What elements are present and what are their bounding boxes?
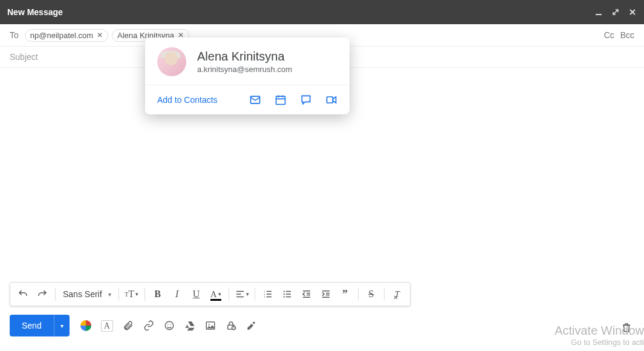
- chip-remove-icon[interactable]: ✕: [97, 31, 103, 39]
- svg-point-20: [283, 294, 284, 295]
- indent-less-button[interactable]: [298, 285, 316, 303]
- svg-point-34: [208, 324, 209, 325]
- send-button[interactable]: Send: [10, 315, 54, 336]
- svg-point-32: [170, 324, 171, 326]
- bcc-button[interactable]: Bcc: [620, 30, 634, 40]
- svg-rect-6: [327, 97, 333, 103]
- drive-icon[interactable]: [184, 320, 195, 331]
- formatting-toggle-button[interactable]: [80, 320, 91, 331]
- send-options-button[interactable]: ▾: [54, 315, 70, 336]
- underline-button[interactable]: U: [187, 285, 206, 303]
- minimize-icon[interactable]: [594, 8, 603, 16]
- font-select[interactable]: Sans Serif ▾: [59, 289, 115, 299]
- contact-hovercard: Alena Krinitsyna a.krinitsyna@semrush.co…: [145, 38, 350, 114]
- redo-button[interactable]: [33, 285, 51, 303]
- hovercard-name: Alena Krinitsyna: [197, 50, 292, 64]
- chip-text: np@neilpatel.com: [30, 31, 93, 40]
- bold-button[interactable]: B: [149, 285, 167, 303]
- to-label: To: [10, 30, 19, 40]
- formatting-toolbar: Sans Serif ▾ TT▾ B I U A▾ ▾ 123 ” S T✕: [10, 282, 411, 306]
- text-color-button[interactable]: A▾: [207, 285, 225, 303]
- svg-point-31: [168, 324, 169, 326]
- video-icon[interactable]: [325, 94, 337, 106]
- emoji-icon[interactable]: [164, 320, 175, 331]
- text-style-button[interactable]: A: [101, 320, 113, 332]
- confidential-icon[interactable]: [226, 320, 236, 331]
- svg-point-19: [283, 290, 284, 292]
- align-button[interactable]: ▾: [233, 285, 251, 303]
- popout-icon[interactable]: [611, 8, 620, 16]
- font-select-label: Sans Serif: [63, 289, 102, 299]
- clear-format-button[interactable]: T✕: [388, 285, 406, 303]
- undo-button[interactable]: [14, 285, 32, 303]
- email-icon[interactable]: [249, 94, 261, 106]
- quote-button[interactable]: ”: [336, 285, 354, 303]
- avatar: [157, 47, 186, 76]
- numbered-list-button[interactable]: 123: [259, 285, 277, 303]
- chat-icon[interactable]: [300, 94, 312, 106]
- window-title: New Message: [7, 7, 63, 17]
- strikethrough-button[interactable]: S: [362, 285, 380, 303]
- font-size-button[interactable]: TT▾: [123, 285, 141, 303]
- signature-icon[interactable]: [246, 320, 257, 331]
- add-to-contacts-button[interactable]: Add to Contacts: [157, 95, 218, 105]
- svg-rect-2: [276, 96, 285, 104]
- image-icon[interactable]: [205, 320, 216, 331]
- window-titlebar: New Message: [0, 0, 644, 24]
- indent-more-button[interactable]: [317, 285, 335, 303]
- svg-point-30: [165, 321, 174, 330]
- window-controls: [594, 8, 637, 16]
- svg-point-21: [283, 296, 284, 297]
- svg-text:3: 3: [264, 295, 265, 298]
- link-icon[interactable]: [143, 320, 154, 331]
- cc-button[interactable]: Cc: [604, 30, 614, 40]
- discard-button[interactable]: [621, 322, 632, 333]
- close-icon[interactable]: [628, 8, 637, 16]
- watermark-line2: Go to Settings to acti: [555, 338, 644, 347]
- send-button-group: Send ▾: [10, 315, 70, 336]
- italic-button[interactable]: I: [168, 285, 186, 303]
- cc-bcc-group: Cc Bcc: [600, 30, 634, 40]
- chevron-down-icon: ▾: [108, 291, 111, 298]
- compose-actions: Send ▾ A: [10, 315, 634, 336]
- bullet-list-button[interactable]: [278, 285, 296, 303]
- calendar-icon[interactable]: [275, 94, 287, 106]
- hovercard-email: a.krinitsyna@semrush.com: [197, 65, 292, 74]
- recipient-chip[interactable]: np@neilpatel.com ✕: [25, 29, 108, 42]
- attach-icon[interactable]: [123, 320, 134, 331]
